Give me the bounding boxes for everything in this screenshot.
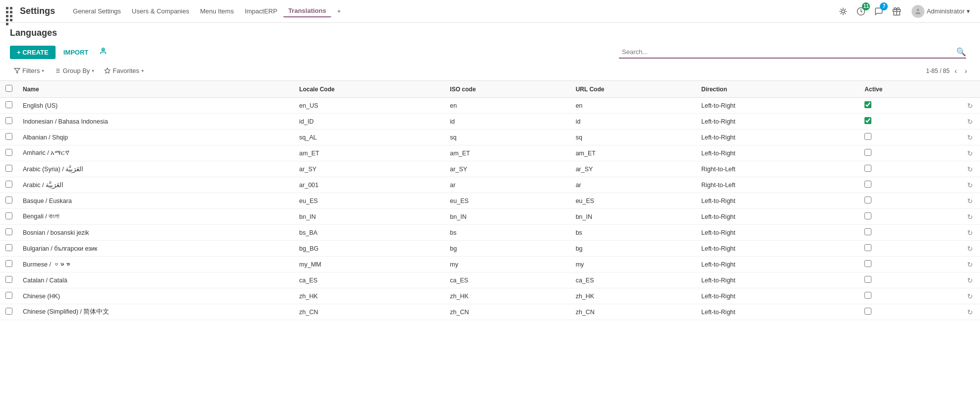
row-active-checkbox[interactable] (864, 133, 871, 140)
create-button[interactable]: + CREATE (10, 46, 56, 59)
row-active-cell[interactable] (859, 225, 960, 241)
chat-icon-btn[interactable]: 7 (872, 4, 886, 18)
row-active-cell[interactable] (859, 177, 960, 193)
gift-icon-btn[interactable] (890, 4, 904, 18)
row-refresh-button[interactable]: ↻ (967, 149, 973, 157)
row-refresh-button[interactable]: ↻ (967, 261, 973, 269)
row-checkbox[interactable] (5, 212, 12, 219)
row-active-checkbox[interactable] (864, 228, 871, 235)
row-active-checkbox[interactable] (864, 276, 871, 283)
search-icon[interactable]: 🔍 (956, 47, 966, 57)
row-checkbox-cell[interactable] (0, 272, 18, 288)
row-active-cell[interactable] (859, 145, 960, 161)
row-active-cell[interactable] (859, 304, 960, 320)
row-refresh-button[interactable]: ↻ (967, 276, 973, 284)
filters-button[interactable]: Filters ▾ (10, 65, 48, 76)
row-active-cell[interactable] (859, 288, 960, 304)
row-checkbox[interactable] (5, 181, 12, 188)
row-active-checkbox[interactable] (864, 117, 871, 124)
row-refresh-button[interactable]: ↻ (967, 102, 973, 110)
apps-grid-icon[interactable] (6, 7, 15, 16)
row-checkbox-cell[interactable] (0, 288, 18, 304)
row-refresh-cell[interactable]: ↻ (960, 257, 980, 272)
row-checkbox-cell[interactable] (0, 304, 18, 320)
search-input[interactable] (619, 46, 956, 58)
row-checkbox[interactable] (5, 149, 12, 156)
nav-item-menu-items[interactable]: Menu Items (195, 5, 239, 17)
row-checkbox-cell[interactable] (0, 114, 18, 130)
row-active-cell[interactable] (859, 193, 960, 209)
nav-item-users-companies[interactable]: Users & Companies (127, 5, 194, 17)
row-checkbox-cell[interactable] (0, 257, 18, 272)
row-refresh-cell[interactable]: ↻ (960, 225, 980, 241)
row-refresh-cell[interactable]: ↻ (960, 161, 980, 177)
row-refresh-cell[interactable]: ↻ (960, 288, 980, 304)
row-active-checkbox[interactable] (864, 181, 871, 188)
row-refresh-cell[interactable]: ↻ (960, 193, 980, 209)
user-menu[interactable]: Administrator ▾ (908, 3, 974, 20)
row-checkbox-cell[interactable] (0, 177, 18, 193)
row-checkbox[interactable] (5, 197, 12, 203)
row-active-checkbox[interactable] (864, 212, 871, 219)
row-active-cell[interactable] (859, 114, 960, 130)
row-active-checkbox[interactable] (864, 244, 871, 251)
nav-item-plus[interactable]: + (332, 5, 346, 17)
row-checkbox[interactable] (5, 117, 12, 124)
row-refresh-cell[interactable]: ↻ (960, 130, 980, 145)
row-refresh-cell[interactable]: ↻ (960, 177, 980, 193)
row-refresh-button[interactable]: ↻ (967, 165, 973, 173)
row-refresh-cell[interactable]: ↻ (960, 272, 980, 288)
row-checkbox[interactable] (5, 308, 12, 315)
row-active-checkbox[interactable] (864, 308, 871, 315)
row-refresh-button[interactable]: ↻ (967, 292, 973, 300)
row-active-checkbox[interactable] (864, 149, 871, 156)
row-refresh-cell[interactable]: ↻ (960, 209, 980, 225)
clock-icon-btn[interactable]: 11 (854, 4, 868, 18)
row-checkbox-cell[interactable] (0, 130, 18, 145)
row-active-checkbox[interactable] (864, 165, 871, 172)
row-refresh-cell[interactable]: ↻ (960, 304, 980, 320)
row-refresh-button[interactable]: ↻ (967, 134, 973, 141)
row-checkbox-cell[interactable] (0, 225, 18, 241)
row-refresh-cell[interactable]: ↻ (960, 98, 980, 114)
row-refresh-cell[interactable]: ↻ (960, 241, 980, 257)
row-checkbox-cell[interactable] (0, 209, 18, 225)
row-refresh-button[interactable]: ↻ (967, 197, 973, 205)
row-refresh-button[interactable]: ↻ (967, 118, 973, 126)
row-refresh-cell[interactable]: ↻ (960, 114, 980, 130)
row-checkbox[interactable] (5, 260, 12, 267)
row-active-cell[interactable] (859, 130, 960, 145)
row-checkbox[interactable] (5, 244, 12, 251)
row-checkbox[interactable] (5, 292, 12, 299)
nav-item-general-settings[interactable]: General Settings (68, 5, 126, 17)
row-active-cell[interactable] (859, 241, 960, 257)
row-checkbox[interactable] (5, 101, 12, 108)
upload-icon-btn[interactable] (96, 45, 110, 59)
row-active-checkbox[interactable] (864, 197, 871, 203)
favorites-button[interactable]: Favorites ▾ (100, 65, 147, 76)
debug-icon-btn[interactable] (836, 4, 850, 18)
row-checkbox[interactable] (5, 228, 12, 235)
row-checkbox[interactable] (5, 165, 12, 172)
row-active-checkbox[interactable] (864, 101, 871, 108)
row-refresh-button[interactable]: ↻ (967, 181, 973, 189)
row-refresh-button[interactable]: ↻ (967, 213, 973, 221)
row-checkbox-cell[interactable] (0, 145, 18, 161)
row-active-cell[interactable] (859, 98, 960, 114)
row-checkbox[interactable] (5, 276, 12, 283)
row-checkbox-cell[interactable] (0, 161, 18, 177)
row-checkbox[interactable] (5, 133, 12, 140)
header-select-all[interactable] (0, 81, 18, 98)
pagination-next[interactable]: › (962, 66, 970, 76)
row-refresh-button[interactable]: ↻ (967, 229, 973, 237)
nav-item-translations[interactable]: Translations (283, 5, 331, 17)
pagination-prev[interactable]: ‹ (952, 66, 960, 76)
nav-item-impacterp[interactable]: ImpactERP (240, 5, 282, 17)
row-refresh-cell[interactable]: ↻ (960, 145, 980, 161)
row-checkbox-cell[interactable] (0, 193, 18, 209)
select-all-checkbox[interactable] (5, 85, 12, 92)
row-refresh-button[interactable]: ↻ (967, 245, 973, 253)
row-active-cell[interactable] (859, 257, 960, 272)
group-by-button[interactable]: Group By ▾ (50, 65, 98, 76)
import-button[interactable]: IMPORT (60, 46, 93, 59)
